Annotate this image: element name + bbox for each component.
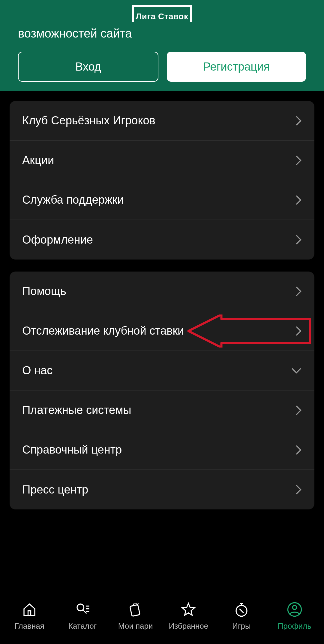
- menu-item-track-bet[interactable]: Отслеживание клубной ставки: [10, 311, 314, 351]
- menu-card-1: Клуб Серьёзных Игроков Акции Служба подд…: [10, 101, 314, 260]
- menu-item-payments[interactable]: Платежные системы: [10, 390, 314, 430]
- tickets-icon: [127, 600, 145, 618]
- chevron-right-icon: [295, 326, 302, 336]
- chevron-right-icon: [295, 484, 302, 495]
- nav-label: Избранное: [169, 621, 208, 631]
- svg-rect-1: [130, 605, 140, 616]
- nav-catalog[interactable]: Каталог: [56, 600, 109, 631]
- menu-label: Акции: [22, 154, 54, 167]
- menu-item-help[interactable]: Помощь: [10, 272, 314, 311]
- menu-card-2: Помощь Отслеживание клубной ставки О нас: [10, 272, 314, 509]
- banner-subtitle: возможностей сайта: [0, 25, 324, 41]
- logo-bar: Лига Ставок: [0, 0, 324, 27]
- menu-label: Помощь: [22, 285, 66, 298]
- menu-label: Служба поддержки: [22, 193, 124, 206]
- nav-profile[interactable]: Профиль: [268, 600, 321, 631]
- logo-text: Лига Ставок: [132, 5, 192, 22]
- chevron-right-icon: [295, 286, 302, 297]
- annotation-arrow-icon: [185, 314, 311, 348]
- menu-item-promos[interactable]: Акции: [10, 141, 314, 180]
- chevron-down-icon: [291, 367, 302, 374]
- login-button[interactable]: Вход: [18, 52, 158, 82]
- menu-label: Платежные системы: [22, 404, 131, 417]
- menu-label: Справочный центр: [22, 443, 122, 456]
- bottom-nav: Главная Каталог Мои пари Избранное: [0, 590, 324, 644]
- app-logo: Лига Ставок: [132, 5, 192, 22]
- chevron-right-icon: [295, 155, 302, 166]
- menu-item-press[interactable]: Пресс центр: [10, 470, 314, 509]
- home-icon: [20, 600, 38, 618]
- menu-item-support[interactable]: Служба поддержки: [10, 180, 314, 220]
- chevron-right-icon: [295, 405, 302, 416]
- auth-buttons: Вход Регистрация: [0, 43, 324, 82]
- menu-label: Клуб Серьёзных Игроков: [22, 114, 155, 127]
- content-area: Клуб Серьёзных Игроков Акции Служба подд…: [0, 91, 324, 531]
- menu-item-reference[interactable]: Справочный центр: [10, 430, 314, 470]
- nav-mybets[interactable]: Мои пари: [109, 600, 162, 631]
- menu-label: О нас: [22, 364, 52, 377]
- nav-home[interactable]: Главная: [3, 600, 56, 631]
- nav-label: Игры: [232, 621, 250, 631]
- menu-item-club[interactable]: Клуб Серьёзных Игроков: [10, 101, 314, 141]
- nav-label: Профиль: [278, 621, 311, 631]
- menu-item-theme[interactable]: Оформление: [10, 220, 314, 260]
- svg-point-4: [292, 606, 297, 610]
- profile-icon: [286, 600, 304, 618]
- chevron-right-icon: [295, 195, 302, 205]
- nav-label: Главная: [15, 621, 44, 631]
- chevron-right-icon: [295, 115, 302, 126]
- nav-label: Мои пари: [118, 621, 153, 631]
- stopwatch-icon: [232, 600, 250, 618]
- menu-label: Оформление: [22, 233, 93, 246]
- menu-item-about[interactable]: О нас: [10, 351, 314, 390]
- menu-label: Пресс центр: [22, 483, 88, 496]
- catalog-icon: [74, 600, 92, 618]
- nav-favorite[interactable]: Избранное: [162, 600, 215, 631]
- header-banner: Лига Ставок возможностей сайта Вход Реги…: [0, 0, 324, 91]
- star-icon: [179, 600, 197, 618]
- menu-label: Отслеживание клубной ставки: [22, 324, 184, 337]
- nav-label: Каталог: [68, 621, 97, 631]
- chevron-right-icon: [295, 445, 302, 455]
- svg-point-0: [77, 604, 84, 611]
- register-button[interactable]: Регистрация: [167, 52, 306, 82]
- nav-games[interactable]: Игры: [215, 600, 268, 631]
- chevron-right-icon: [295, 234, 302, 245]
